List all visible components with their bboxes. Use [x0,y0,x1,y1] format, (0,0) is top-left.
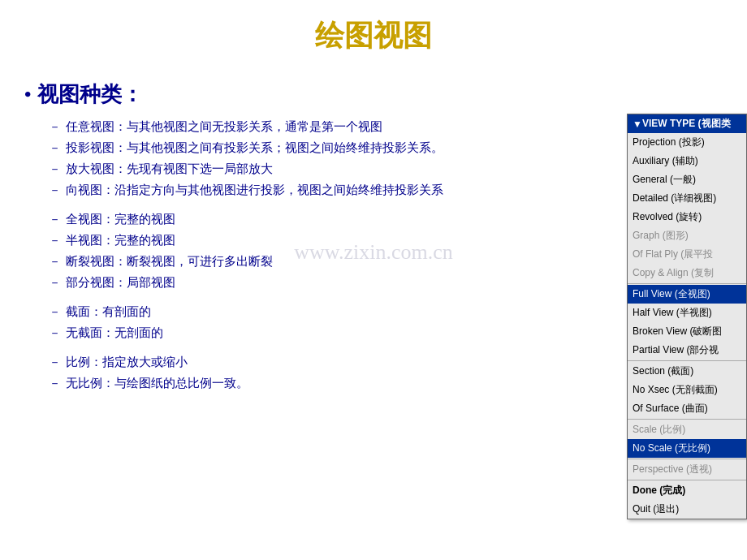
dash-icon: － [49,273,61,292]
dropdown-item-noscale[interactable]: No Scale (无比例) [628,439,746,458]
dropdown-item-halfview[interactable]: Half View (半视图) [628,304,746,322]
dash-icon: － [49,180,61,200]
item-text: 截面：有剖面的 [66,302,723,321]
list-item: － 无比例：与绘图纸的总比例一致。 [49,373,723,393]
dropdown-item-quit[interactable]: Quit (退出) [628,500,746,519]
dropdown-item-projection[interactable]: Projection (投影) [628,133,746,152]
item-text: 断裂视图：断裂视图，可进行多出断裂 [66,252,723,271]
dropdown-header: ▼ VIEW TYPE (视图类 [628,114,746,133]
view-type-dropdown[interactable]: ▼ VIEW TYPE (视图类 Projection (投影) Auxilia… [627,114,747,519]
dropdown-item-ofsurface[interactable]: Of Surface (曲面) [628,399,746,418]
section-header: • 视图种类： [24,80,723,109]
item-text: 向视图：沿指定方向与其他视图进行投影，视图之间始终维持投影关系 [66,180,723,200]
item-text: 任意视图：与其他视图之间无投影关系，通常是第一个视图 [66,117,723,136]
item-text: 全视图：完整的视图 [66,209,723,229]
dropdown-item-auxiliary[interactable]: Auxiliary (辅助) [628,152,746,170]
list-item: － 任意视图：与其他视图之间无投影关系，通常是第一个视图 [49,117,723,136]
dash-icon: － [49,230,61,250]
dropdown-divider [628,283,746,284]
content-list-3: － 截面：有剖面的 － 无截面：无剖面的 [49,302,723,342]
list-item: － 向视图：沿指定方向与其他视图进行投影，视图之间始终维持投影关系 [49,180,723,200]
page-title: 绘图视图 [24,16,723,56]
dropdown-item-done[interactable]: Done (完成) [628,481,746,500]
dash-icon: － [49,323,61,342]
content-list-1: － 任意视图：与其他视图之间无投影关系，通常是第一个视图 － 投影视图：与其他视… [49,117,723,200]
dash-icon: － [49,373,61,393]
section-title: 视图种类： [37,80,143,109]
dropdown-arrow-icon: ▼ [633,118,642,130]
item-text: 比例：指定放大或缩小 [66,352,723,372]
list-item: － 全视图：完整的视图 [49,209,723,229]
list-item: － 比例：指定放大或缩小 [49,352,723,372]
dash-icon: － [49,138,61,157]
dash-icon: － [49,117,61,136]
list-item: － 部分视图：局部视图 [49,273,723,292]
item-text: 放大视图：先现有视图下选一局部放大 [66,159,723,179]
item-text: 半视图：完整的视图 [66,230,723,250]
dash-icon: － [49,302,61,321]
dropdown-item-revolved[interactable]: Revolved (旋转) [628,208,746,226]
content-list-4: － 比例：指定放大或缩小 － 无比例：与绘图纸的总比例一致。 [49,352,723,393]
dash-icon: － [49,159,61,179]
item-text: 无比例：与绘图纸的总比例一致。 [66,373,723,393]
dash-icon: － [49,209,61,229]
list-item: － 无截面：无剖面的 [49,323,723,342]
dropdown-item-partialview[interactable]: Partial View (部分视 [628,341,746,360]
item-text: 无截面：无剖面的 [66,323,723,342]
dropdown-item-copy: Copy & Align (复制 [628,264,746,282]
dropdown-item-fullview[interactable]: Full View (全视图) [628,285,746,304]
dropdown-item-perspective: Perspective (透视) [628,460,746,479]
list-item: － 半视图：完整的视图 [49,230,723,250]
list-item: － 断裂视图：断裂视图，可进行多出断裂 [49,252,723,271]
dash-icon: － [49,352,61,372]
dropdown-item-graph: Graph (图形) [628,226,746,245]
dropdown-divider [628,360,746,361]
item-text: 部分视图：局部视图 [66,273,723,292]
content-list-2: － 全视图：完整的视图 － 半视图：完整的视图 － 断裂视图：断裂视图，可进行多… [49,209,723,292]
bullet-point: • [24,84,31,106]
list-item: － 投影视图：与其他视图之间有投影关系；视图之间始终维持投影关系。 [49,138,723,157]
dropdown-item-detailed[interactable]: Detailed (详细视图) [628,189,746,208]
dropdown-divider [628,419,746,420]
dropdown-item-scale: Scale (比例) [628,420,746,439]
dropdown-header-label: VIEW TYPE (视图类 [642,117,731,131]
dropdown-item-general[interactable]: General (一般) [628,170,746,189]
list-item: － 放大视图：先现有视图下选一局部放大 [49,159,723,179]
dropdown-divider [628,480,746,480]
dropdown-item-section[interactable]: Section (截面) [628,362,746,381]
dropdown-divider [628,459,746,459]
dropdown-item-offlat: Of Flat Ply (展平投 [628,245,746,264]
dropdown-item-brokenview[interactable]: Broken View (破断图 [628,322,746,341]
item-text: 投影视图：与其他视图之间有投影关系；视图之间始终维持投影关系。 [66,138,723,157]
dropdown-item-noxsec[interactable]: No Xsec (无剖截面) [628,381,746,399]
dash-icon: － [49,252,61,271]
list-item: － 截面：有剖面的 [49,302,723,321]
